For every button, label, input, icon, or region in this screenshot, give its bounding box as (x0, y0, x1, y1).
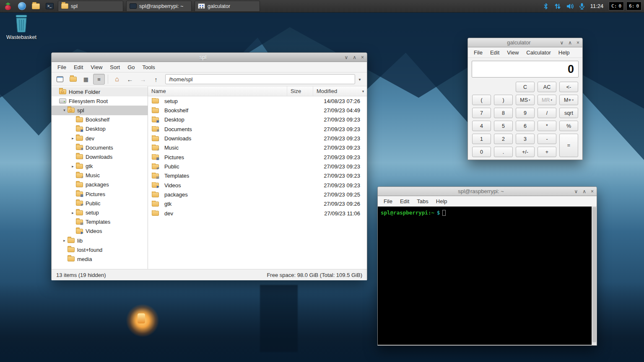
sidebar-tree-item[interactable]: ▶ Videos (52, 227, 148, 236)
calculator-titlebar[interactable]: galculator ∨ ∧ × (468, 38, 582, 47)
calculator-key[interactable]: =▾ (559, 134, 578, 157)
bluetooth-icon[interactable] (543, 3, 549, 10)
sidebar-tree-item[interactable]: spl (52, 106, 148, 115)
minimize-icon[interactable]: ∨ (344, 55, 348, 60)
sidebar-tree-item[interactable]: ▤ Templates (52, 217, 148, 227)
close-icon[interactable]: × (591, 189, 594, 194)
taskbar-window-button[interactable]: galculator (195, 1, 260, 12)
tree-expander-icon[interactable] (62, 238, 67, 243)
file-manager-titlebar[interactable]: spl ∨ ∧ × (52, 53, 367, 62)
column-menu-button[interactable]: ▾ (359, 86, 367, 96)
file-row[interactable]: dev 27/09/23 11:06 (148, 209, 367, 218)
terminal-scrollbar[interactable] (592, 207, 597, 345)
sidebar-tree-item[interactable]: Filesystem Root (52, 96, 148, 106)
file-row[interactable]: ↓ Downloads 27/09/23 09:23 (148, 134, 367, 143)
maximize-icon[interactable]: ∧ (568, 40, 572, 45)
menu-item[interactable]: File (470, 49, 486, 56)
list-view-button[interactable]: ≡ (93, 74, 105, 85)
tree-expander-icon[interactable] (70, 211, 75, 215)
calculator-key[interactable]: 6▾ (516, 121, 535, 131)
network-arrows-icon[interactable] (554, 3, 561, 10)
sidebar-tree-item[interactable]: lib (52, 236, 148, 245)
calculator-key[interactable]: <-▾ (559, 82, 578, 92)
calculator-key[interactable]: /▾ (538, 108, 556, 118)
sidebar-tree-item[interactable]: ⇄ Public (52, 199, 148, 208)
calculator-key[interactable]: -▾ (538, 134, 556, 144)
file-row[interactable]: gtk 27/09/23 09:26 (148, 199, 367, 209)
terminal-launcher[interactable]: >_ (44, 1, 55, 12)
calculator-key[interactable]: M+▾ (559, 95, 578, 105)
sidebar-tree-item[interactable]: setup (52, 208, 148, 217)
microphone-icon[interactable] (579, 3, 585, 10)
file-row[interactable]: ▤ Templates 27/09/23 09:23 (148, 171, 367, 181)
file-row[interactable]: ▩ Pictures 27/09/23 09:23 (148, 153, 367, 162)
calculator-key[interactable]: 7▾ (472, 108, 491, 118)
calculator-key[interactable]: 2▾ (494, 134, 513, 144)
calculator-key[interactable]: .▾ (494, 147, 513, 157)
taskbar-window-button[interactable]: spl@raspberrypi: ~ (126, 1, 192, 12)
calculator-key[interactable]: +/-▾ (516, 147, 535, 157)
menu-item[interactable]: Sort (106, 64, 124, 70)
calculator-key[interactable]: +▾ (538, 147, 556, 157)
calculator-key[interactable]: 1▾ (472, 134, 491, 144)
sidebar-tree-item[interactable]: packages (52, 180, 148, 189)
file-row[interactable]: ▣ Desktop 27/09/23 09:23 (148, 115, 367, 124)
calculator-key[interactable]: 9▾ (516, 108, 535, 118)
menu-item[interactable]: View (87, 64, 106, 70)
sidebar-tree-item[interactable]: dev (52, 134, 148, 143)
file-row[interactable]: setup 14/08/23 07:26 (148, 96, 367, 106)
calculator-key[interactable]: MS▾ (516, 95, 535, 105)
sidebar-tree-item[interactable]: ▣ Desktop (52, 124, 148, 134)
path-input[interactable]: /home/spl (165, 74, 355, 84)
sidebar-tree-item[interactable]: Bookshelf (52, 115, 148, 124)
new-window-button[interactable] (54, 74, 66, 85)
calculator-key[interactable]: 8▾ (494, 108, 513, 118)
file-row[interactable]: ♫ Music 27/09/23 09:23 (148, 143, 367, 153)
terminal-output[interactable]: spl@raspberrypi:~$ (378, 207, 597, 345)
calculator-key[interactable]: MR▾ (538, 95, 556, 105)
web-browser-launcher[interactable] (16, 1, 27, 12)
calculator-key[interactable]: sqrt▾ (559, 108, 578, 118)
volume-icon[interactable] (566, 3, 574, 10)
system-monitor-indicator[interactable]: 6:0 (626, 2, 641, 10)
calculator-key[interactable]: %▾ (559, 121, 578, 131)
menu-item[interactable]: Calculator (522, 49, 555, 56)
up-button[interactable]: ↑ (150, 74, 162, 85)
calculator-key[interactable]: AC▾ (538, 82, 556, 92)
calculator-key[interactable]: 5▾ (494, 121, 513, 131)
sidebar-tree-item[interactable]: ≣ Documents (52, 143, 148, 152)
calculator-key[interactable]: C▾ (516, 82, 535, 92)
sidebar-tree-item[interactable]: ↓ Downloads (52, 152, 148, 161)
back-button[interactable]: ← (124, 74, 136, 85)
calculator-key[interactable]: *▾ (538, 121, 556, 131)
path-dropdown-button[interactable]: ▾ (355, 74, 364, 84)
system-monitor-indicator[interactable]: C:0 (609, 2, 624, 10)
calculator-key[interactable]: )▾ (494, 95, 513, 105)
file-row[interactable]: ▶ Videos 27/09/23 09:23 (148, 181, 367, 190)
menu-item[interactable]: File (54, 64, 70, 70)
calculator-key[interactable]: (▾ (472, 95, 491, 105)
menu-item[interactable]: Edit (70, 64, 87, 70)
terminal-titlebar[interactable]: spl@raspberrypi: ~ ∨ ∧ × (378, 187, 597, 196)
wastebasket-desktop-icon[interactable]: Wastebasket (5, 14, 38, 40)
sidebar-tree-item[interactable]: lost+found (52, 245, 148, 254)
icon-view-button[interactable]: ▦ (80, 74, 92, 85)
scrollbar-thumb[interactable] (592, 207, 596, 342)
calculator-key[interactable]: 3▾ (516, 134, 535, 144)
close-icon[interactable]: × (576, 40, 579, 45)
file-row[interactable]: ⇄ Public 27/09/23 09:23 (148, 162, 367, 171)
minimize-icon[interactable]: ∨ (560, 40, 564, 45)
column-header-size[interactable]: Size (287, 86, 313, 96)
tree-expander-icon[interactable] (62, 108, 67, 112)
sidebar-tree-item[interactable]: ♫ Music (52, 171, 148, 180)
column-header-modified[interactable]: Modified (313, 86, 359, 96)
menu-item[interactable]: Edit (486, 49, 503, 56)
menu-item[interactable]: Help (432, 198, 451, 204)
new-tab-button[interactable] (67, 74, 79, 85)
menu-item[interactable]: Edit (396, 198, 413, 204)
forward-button[interactable]: → (137, 74, 149, 85)
column-header-name[interactable]: Name (148, 86, 287, 96)
raspberry-menu-button[interactable] (3, 1, 13, 12)
calculator-key[interactable]: 0▾ (472, 147, 491, 157)
menu-item[interactable]: Tools (139, 64, 159, 70)
